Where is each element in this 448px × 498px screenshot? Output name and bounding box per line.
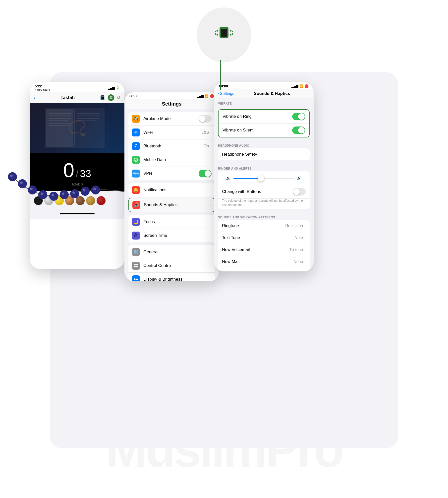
app-title: Tasbih [61,95,75,100]
general-item[interactable]: ⚙️ General › [128,245,215,259]
phone-left: 5:22 ◂ App Store ▂▄▆ 🔋 ‹ Tasbih 📳 33 ↺ 📿 [30,82,124,269]
text-tone-item[interactable]: Text Tone Note › [218,232,310,244]
bead-brown[interactable] [65,196,74,205]
svg-rect-4 [215,31,216,32]
refresh-icon[interactable]: ↺ [117,95,120,100]
svg-rect-22 [77,118,100,119]
back-arrow-icon[interactable]: ‹ [34,95,36,101]
hero-decoration [30,103,124,153]
focus-item[interactable]: 🌙 Focus › [128,215,215,229]
bead-selector-area [30,191,124,210]
status-icons-middle: ▂▄▆ 📶 🔴 [197,94,214,98]
top-icon-container [197,7,251,62]
vibrate-on-silent-label: Vibrate on Silent [223,128,292,133]
new-voicemail-chevron: › [304,248,306,252]
sounds-haptics-title: Sounds & Haptics [234,91,310,96]
vpn-icon: VPN [132,170,140,178]
count-badge: 33 [108,94,114,101]
sent-mail-item[interactable]: Sent Mail Swoosh › [218,268,310,271]
sounds-vibration-group: Ringtone Reflection › Text Tone Note › N… [218,220,310,271]
mobile-data-item[interactable]: 4G Mobile Data › [128,153,215,167]
vibrate-on-ring-item[interactable]: Vibrate on Ring [219,110,309,124]
screen-time-item[interactable]: ⏱ Screen Time › [128,229,215,242]
bluetooth-item[interactable]: Bluetooth On › [128,139,215,153]
sent-mail-label: Sent Mail [222,271,289,271]
display-brightness-item[interactable]: AA Display & Brightness › [128,273,215,281]
svg-rect-6 [230,30,231,32]
general-chevron: › [210,250,212,254]
wifi-icon-right: 📶 [299,84,303,88]
vpn-label: VPN [143,171,199,176]
svg-rect-3 [217,34,218,36]
svg-text:4G: 4G [135,159,137,161]
settings-nav: Settings [124,99,219,109]
ringtone-label: Ringtone [222,223,285,228]
vibrate-on-ring-toggle[interactable] [292,113,305,120]
change-with-buttons-label: Change with Buttons [222,189,293,194]
airplane-toggle[interactable] [199,115,212,123]
bead-dark-brown[interactable] [76,196,85,205]
svg-rect-23 [77,121,97,121]
general-group: ⚙️ General › Control Centre › AA Display… [128,245,215,281]
bead-red[interactable] [97,196,106,205]
bluetooth-value: On [204,144,209,148]
volume-high-icon: 🔊 [297,176,302,181]
home-indicator-left [60,213,95,214]
back-to-settings[interactable]: ‹ Settings [218,91,234,96]
status-icons-right: ▂▄▆ 📶 🔴 [291,84,309,88]
general-icon: ⚙️ [132,248,140,256]
control-centre-chevron: › [210,264,212,268]
control-centre-item[interactable]: Control Centre › [128,259,215,273]
svg-rect-14 [49,113,71,114]
display-brightness-label: Display & Brightness [143,277,210,281]
change-with-buttons-item[interactable]: Change with Buttons [218,185,310,199]
new-mail-item[interactable]: New Mail None › [218,256,310,268]
sounds-haptics-item[interactable]: 🔊 Sounds & Haptics › [129,198,215,212]
bead-black[interactable] [34,196,43,205]
wifi-icon-middle: 📶 [205,94,209,98]
headphone-safety-label: Headphone Safety [222,152,304,157]
bead-silver[interactable] [44,196,53,205]
back-chevron-icon: ‹ [218,91,219,96]
slider-track[interactable] [233,178,294,179]
svg-rect-18 [49,123,71,124]
vpn-item[interactable]: VPN VPN [128,167,215,180]
vibrate-small-icon: 📳 [100,95,105,100]
airplane-mode-item[interactable]: ✈️ Airplane Mode [128,112,215,126]
new-voicemail-item[interactable]: New Voicemail Tri-tone › [218,244,310,256]
volume-slider-container[interactable]: 🔈 🔊 [218,171,310,185]
screen-time-icon: ⏱ [132,232,140,240]
airplane-label: Airplane Mode [143,116,199,121]
slider-thumb[interactable] [258,175,264,182]
focus-icon: 🌙 [132,218,140,226]
status-bar-middle: 08:00 ▂▄▆ 📶 🔴 [124,92,219,99]
svg-point-45 [134,264,136,265]
bluetooth-chevron: › [210,144,212,148]
signal-icon-middle: ▂▄▆ [197,94,204,98]
sounds-haptics-group[interactable]: 🔊 Sounds & Haptics › [128,198,215,212]
notifications-item[interactable]: 🔔 Notifications › [128,183,215,197]
count-display[interactable]: 0 / 33 Total: 0 [30,153,124,191]
bead-amber[interactable] [86,196,95,205]
vibrate-on-silent-item[interactable]: Vibrate on Silent [219,124,309,137]
vibrate-on-silent-toggle[interactable] [292,126,305,134]
headphone-safety-item[interactable]: Headphone Safety › [218,148,310,160]
screen-time-chevron: › [210,234,212,238]
vibrate-wrapper: VIBRATE Vibrate on Ring Vibrate on Silen… [214,98,314,137]
phone-right: 08:00 ▂▄▆ 📶 🔴 ‹ Settings Sounds & Haptic… [214,82,314,271]
wifi-item[interactable]: Wi-Fi J&S › [128,126,215,139]
change-with-buttons-toggle[interactable] [293,188,306,195]
ringtone-item[interactable]: Ringtone Reflection › [218,220,310,232]
status-bar-right: 08:00 ▂▄▆ 📶 🔴 [214,82,314,89]
volume-slider[interactable]: 🔈 🔊 [222,174,306,183]
ringer-alerts-wrapper: RINGER AND ALERTS 🔈 🔊 Change with [214,163,314,209]
sounds-screen-content: VIBRATE Vibrate on Ring Vibrate on Silen… [214,98,314,271]
vpn-toggle[interactable] [199,170,212,177]
slider-fill [233,178,261,179]
bead-gold[interactable] [55,196,64,205]
sounds-haptics-label: Sounds & Haptics [144,202,210,207]
svg-point-26 [18,179,27,188]
screen-time-label: Screen Time [143,233,210,238]
text-tone-label: Text Tone [222,235,295,240]
tasbih-action-icons: 📳 33 ↺ [100,94,120,101]
